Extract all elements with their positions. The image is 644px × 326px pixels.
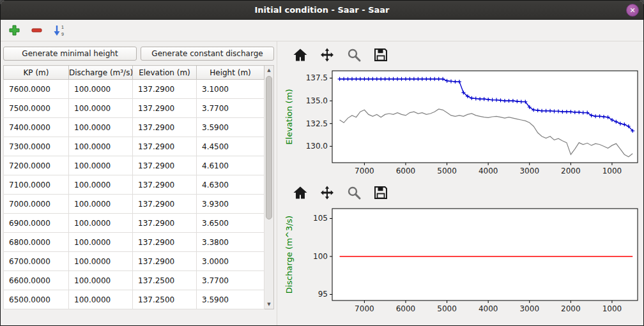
table-cell[interactable]: 137.2900 — [133, 233, 197, 252]
svg-text:Discharge (m^3/s): Discharge (m^3/s) — [284, 216, 294, 293]
table-cell[interactable]: 4.6100 — [197, 156, 264, 175]
elevation-home-button[interactable] — [291, 46, 309, 64]
table-row[interactable]: 6500.0000100.0000137.25003.5900 — [4, 290, 264, 309]
table-scrollbar[interactable]: ▲ ▼ — [264, 65, 274, 309]
table-cell[interactable]: 100.0000 — [69, 118, 133, 137]
table-row[interactable]: 7000.0000100.0000137.29003.9300 — [4, 195, 264, 214]
table-row[interactable]: 7200.0000100.0000137.29004.6100 — [4, 156, 264, 175]
table-row[interactable]: 7300.0000100.0000137.29004.4500 — [4, 137, 264, 156]
table-cell[interactable]: 137.2900 — [133, 175, 197, 195]
table-cell[interactable]: 7600.0000 — [4, 80, 69, 99]
table-cell[interactable]: 3.5900 — [197, 118, 264, 137]
generate-button-row: Generate minimal height Generate constan… — [3, 47, 274, 61]
table-cell[interactable]: 100.0000 — [69, 99, 133, 118]
table-cell[interactable]: 3.7700 — [197, 99, 264, 118]
generate-constant-discharge-button[interactable]: Generate constant discharge — [141, 47, 274, 61]
table-cell[interactable]: 3.7700 — [197, 271, 264, 290]
table-row[interactable]: 6900.0000100.0000137.29003.6500 — [4, 214, 264, 233]
table-cell[interactable]: 100.0000 — [69, 233, 133, 252]
table-cell[interactable]: 3.3800 — [197, 233, 264, 252]
sort-number-bottom: 9 — [61, 32, 64, 36]
table-cell[interactable]: 137.2900 — [133, 195, 197, 214]
table-cell[interactable]: 6600.0000 — [4, 271, 69, 290]
table-cell[interactable]: 3.0000 — [197, 252, 264, 271]
scroll-up-icon[interactable]: ▲ — [264, 66, 273, 75]
table-cell[interactable]: 137.2900 — [133, 137, 197, 156]
main-toolbar: 1 9 — [1, 20, 643, 41]
table-cell[interactable]: 100.0000 — [69, 252, 133, 271]
close-button[interactable]: ✕ — [626, 4, 639, 17]
discharge-plot[interactable]: 700060005000400030002000100095100105Disc… — [282, 204, 643, 320]
table-cell[interactable]: 137.2900 — [133, 156, 197, 175]
svg-text:137.5: 137.5 — [306, 73, 328, 82]
table-cell[interactable]: 7100.0000 — [4, 175, 69, 195]
table-cell[interactable]: 6700.0000 — [4, 252, 69, 271]
table-cell[interactable]: 100.0000 — [69, 156, 133, 175]
column-header-height[interactable]: Height (m) — [197, 66, 264, 80]
table-cell[interactable]: 137.2900 — [133, 80, 197, 99]
table-cell[interactable]: 137.2500 — [133, 271, 197, 290]
table-cell[interactable]: 100.0000 — [69, 80, 133, 99]
table-cell[interactable]: 7400.0000 — [4, 118, 69, 137]
column-header-discharge[interactable]: Discharge (m³/s) — [69, 66, 133, 80]
table-cell[interactable]: 3.9300 — [197, 195, 264, 214]
discharge-home-button[interactable] — [291, 184, 309, 202]
table-row[interactable]: 7100.0000100.0000137.29004.6300 — [4, 175, 264, 195]
elevation-pan-button[interactable] — [318, 46, 336, 64]
remove-row-button[interactable] — [31, 22, 43, 39]
home-icon — [293, 185, 308, 200]
initial-condition-table: KP (m) Discharge (m³/s) Elevation (m) He… — [3, 65, 264, 309]
table-cell[interactable]: 137.2500 — [133, 290, 197, 309]
column-header-elevation[interactable]: Elevation (m) — [133, 66, 197, 80]
table-row[interactable]: 6800.0000100.0000137.29003.3800 — [4, 233, 264, 252]
discharge-zoom-button[interactable] — [345, 184, 363, 202]
elevation-zoom-button[interactable] — [345, 46, 363, 64]
elevation-save-button[interactable] — [372, 46, 390, 64]
table-cell[interactable]: 3.6500 — [197, 214, 264, 233]
table-cell[interactable]: 137.2900 — [133, 118, 197, 137]
table-cell[interactable]: 7500.0000 — [4, 99, 69, 118]
discharge-pan-button[interactable] — [318, 184, 336, 202]
table-cell[interactable]: 137.2900 — [133, 99, 197, 118]
plus-icon — [8, 24, 20, 36]
elevation-plot[interactable]: 7000600050004000300020001000130.0132.513… — [282, 66, 643, 182]
svg-text:4000: 4000 — [479, 304, 498, 313]
table-cell[interactable]: 4.6300 — [197, 175, 264, 195]
table-row[interactable]: 7600.0000100.0000137.29003.1000 — [4, 80, 264, 99]
table-cell[interactable]: 100.0000 — [69, 290, 133, 309]
table-row[interactable]: 7400.0000100.0000137.29003.5900 — [4, 118, 264, 137]
table-cell[interactable]: 6500.0000 — [4, 290, 69, 309]
home-icon — [293, 47, 308, 63]
table-cell[interactable]: 100.0000 — [69, 195, 133, 214]
table-row[interactable]: 7500.0000100.0000137.29003.7700 — [4, 99, 264, 118]
table-cell[interactable]: 3.1000 — [197, 80, 264, 99]
table-cell[interactable]: 7000.0000 — [4, 195, 69, 214]
table-cell[interactable]: 137.2900 — [133, 252, 197, 271]
scroll-down-icon[interactable]: ▼ — [264, 300, 273, 309]
table-cell[interactable]: 7200.0000 — [4, 156, 69, 175]
left-panel: Generate minimal height Generate constan… — [1, 41, 277, 325]
discharge-save-button[interactable] — [372, 184, 390, 202]
svg-text:4000: 4000 — [479, 167, 498, 175]
titlebar[interactable]: Initial condition - Saar - Saar ✕ — [1, 1, 643, 20]
generate-minimal-height-button[interactable]: Generate minimal height — [3, 47, 137, 61]
table-cell[interactable]: 4.4500 — [197, 137, 264, 156]
table-cell[interactable]: 7300.0000 — [4, 137, 69, 156]
column-header-kp[interactable]: KP (m) — [4, 66, 69, 80]
svg-text:5000: 5000 — [437, 167, 457, 175]
table-cell[interactable]: 100.0000 — [69, 137, 133, 156]
table-cell[interactable]: 100.0000 — [69, 175, 133, 195]
table-cell[interactable]: 3.5900 — [197, 290, 264, 309]
table-cell[interactable]: 100.0000 — [69, 271, 133, 290]
scrollbar-thumb[interactable] — [266, 76, 272, 219]
sort-button[interactable]: 1 9 — [53, 22, 64, 39]
table-row[interactable]: 6600.0000100.0000137.25003.7700 — [4, 271, 264, 290]
add-row-button[interactable] — [8, 22, 20, 39]
table-cell[interactable]: 6900.0000 — [4, 214, 69, 233]
table-cell[interactable]: 6800.0000 — [4, 233, 69, 252]
svg-text:1000: 1000 — [602, 304, 622, 313]
table-row[interactable]: 6700.0000100.0000137.29003.0000 — [4, 252, 264, 271]
table-cell[interactable]: 137.2900 — [133, 214, 197, 233]
table-cell[interactable]: 100.0000 — [69, 214, 133, 233]
sort-arrow-icon — [53, 24, 61, 37]
